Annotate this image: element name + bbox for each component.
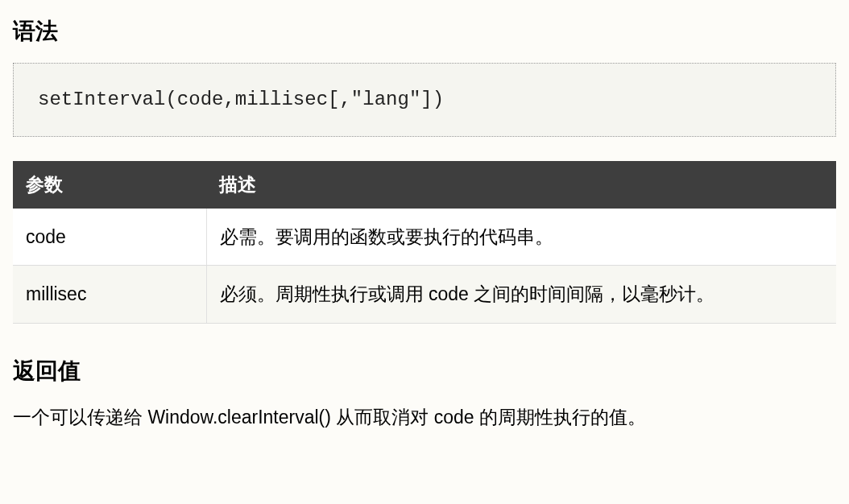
parameters-table: 参数 描述 code 必需。要调用的函数或要执行的代码串。 millisec 必… bbox=[13, 161, 836, 324]
table-row: code 必需。要调用的函数或要执行的代码串。 bbox=[13, 209, 836, 266]
param-description-cell: 必须。周期性执行或调用 code 之间的时间间隔，以毫秒计。 bbox=[206, 266, 836, 324]
table-row: millisec 必须。周期性执行或调用 code 之间的时间间隔，以毫秒计。 bbox=[13, 266, 836, 324]
table-header-description: 描述 bbox=[206, 161, 836, 209]
return-value-text: 一个可以传递给 Window.clearInterval() 从而取消对 cod… bbox=[13, 403, 836, 432]
param-description-cell: 必需。要调用的函数或要执行的代码串。 bbox=[206, 209, 836, 266]
syntax-code-block: setInterval(code,millisec[,"lang"]) bbox=[13, 63, 836, 137]
return-value-heading: 返回值 bbox=[13, 356, 836, 386]
param-name-cell: code bbox=[13, 209, 206, 266]
param-name-cell: millisec bbox=[13, 266, 206, 324]
syntax-heading: 语法 bbox=[13, 16, 836, 47]
table-header-param: 参数 bbox=[13, 161, 206, 209]
